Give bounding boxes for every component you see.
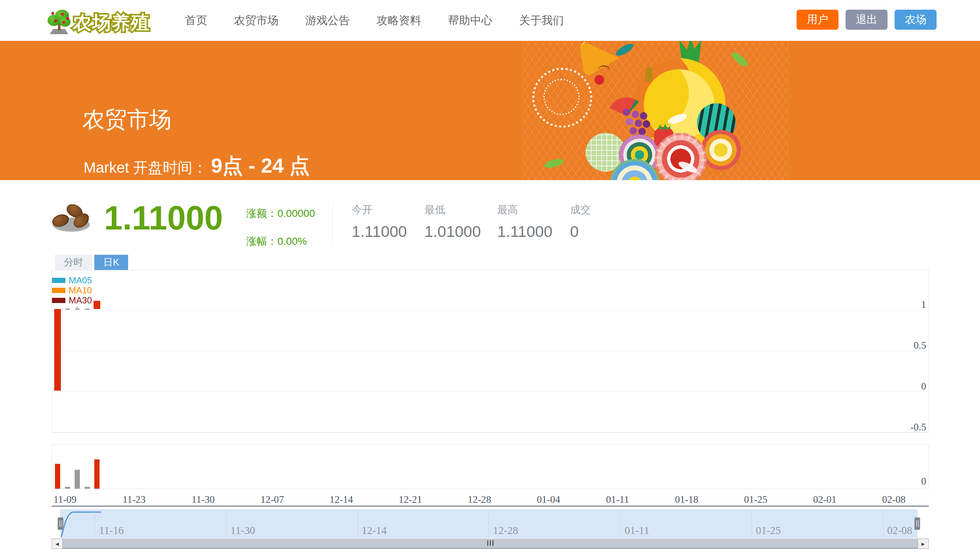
hero-banner: 农贸市场 Market 开盘时间： 9点 - 24 点: [0, 41, 980, 180]
datazoom-date-label: 12-28: [493, 524, 518, 537]
datazoom-gridline: [489, 510, 489, 537]
top-navbar: 农场养殖 首页农贸市场游戏公告攻略资料帮助中心关于我们 用户退出农场: [0, 0, 980, 41]
datazoom-gridline: [883, 510, 883, 537]
gridline: [52, 392, 928, 392]
scrollbar-right-arrow[interactable]: ►: [918, 538, 929, 549]
kline-chart-pane[interactable]: MA05MA10MA3010.50-0.5: [52, 270, 929, 433]
farm-button[interactable]: 农场: [895, 10, 937, 30]
candle-up: [93, 301, 100, 309]
scrollbar-grip-icon: [487, 540, 493, 546]
legend-label: MA30: [69, 295, 92, 306]
logo-plant-icon: [47, 9, 71, 34]
volume-bar: [75, 470, 80, 489]
chart-tabs: 分时日K: [55, 255, 128, 270]
volume-bar: [85, 487, 90, 489]
x-axis-tick: 12-07: [261, 494, 284, 505]
logo-plant-berries: [51, 12, 54, 15]
change-pct-value: 0.00%: [277, 235, 307, 247]
datazoom-date-label: 12-14: [362, 524, 387, 537]
nav-item-announcements[interactable]: 游戏公告: [305, 13, 350, 28]
datazoom-gridline: [620, 510, 620, 537]
y-axis-tick: -0.5: [910, 422, 926, 432]
legend-swatch: [52, 298, 65, 303]
user-button[interactable]: 用户: [797, 10, 838, 30]
page-title: 农贸市场: [82, 105, 172, 135]
x-axis-tick: 02-08: [882, 494, 906, 505]
legend-swatch: [52, 278, 65, 283]
datazoom-gridline: [358, 510, 358, 537]
x-axis-tick: 11-23: [123, 494, 145, 505]
stat-item: 今开1.11000: [352, 203, 425, 241]
apple-target-shape: [655, 133, 707, 180]
nav-item-about[interactable]: 关于我们: [519, 13, 564, 28]
stat-value: 1.11000: [352, 223, 425, 241]
volume-bar: [55, 464, 60, 489]
leaf-shape: [730, 50, 750, 69]
change-value: 0.00000: [277, 208, 315, 219]
tab-minute[interactable]: 分时: [55, 255, 92, 270]
datazoom-gridline: [752, 510, 752, 537]
legend-label: MA10: [69, 285, 92, 296]
tab-daily-k[interactable]: 日K: [94, 255, 128, 270]
market-hours: Market 开盘时间： 9点 - 24 点: [83, 152, 310, 180]
y-axis-tick: 0.5: [913, 340, 926, 350]
x-axis-tick: 02-01: [813, 494, 837, 505]
nav-item-guides[interactable]: 攻略资料: [377, 13, 421, 28]
watermelon-wedge-shape: [608, 97, 645, 135]
x-axis-tick: 11-30: [192, 494, 215, 505]
datazoom-date-label: 01-25: [756, 524, 781, 537]
divider: [332, 201, 333, 245]
nav-item-help[interactable]: 帮助中心: [448, 13, 492, 28]
fruit-illustration: [522, 41, 789, 180]
x-axis-tick: 11-09: [53, 494, 77, 505]
change-block: 涨额：0.00000 涨幅：0.00%: [246, 207, 315, 248]
leaf-shape: [543, 157, 565, 169]
page: 农场养殖 首页农贸市场游戏公告攻略资料帮助中心关于我们 用户退出农场 农贸市场 …: [0, 0, 980, 560]
datazoom-date-label: 02-08: [887, 524, 912, 537]
logout-button[interactable]: 退出: [845, 10, 888, 30]
header-buttons: 用户退出农场: [797, 10, 937, 30]
x-axis-line: [52, 505, 929, 507]
scrollbar-thumb[interactable]: [63, 538, 918, 549]
y-axis-tick: 0: [921, 381, 927, 392]
market-hours-prefix: Market 开盘时间：: [83, 157, 207, 178]
x-axis-tick: 12-14: [330, 494, 353, 505]
nav-item-market[interactable]: 农贸市场: [234, 13, 278, 28]
x-axis-tick: 01-25: [744, 494, 768, 505]
candle-doji: [65, 308, 70, 310]
legend-item-ma10: MA10: [52, 287, 92, 294]
datazoom-gridline: [226, 510, 227, 537]
stat-label: 最高: [497, 203, 570, 217]
stat-item: 成交0: [570, 203, 643, 241]
datazoom-gridline: [95, 510, 95, 537]
volume-chart-pane[interactable]: 0: [52, 445, 929, 489]
gridline: [52, 310, 928, 310]
nav-item-home[interactable]: 首页: [185, 13, 207, 28]
current-price: 1.11000: [104, 199, 223, 237]
logo-plant-leaf: [59, 17, 70, 27]
gridline: [52, 351, 928, 351]
x-axis-tick: 01-11: [606, 494, 629, 505]
datazoom-slider[interactable]: 11-1611-3012-1412-2801-1101-2502-08: [56, 510, 925, 538]
stat-value: 0: [570, 223, 643, 241]
y-axis-tick: 1: [921, 299, 927, 310]
x-axis-tick: 12-21: [399, 494, 422, 505]
leaf-shape: [614, 42, 635, 58]
grapes-shape: [623, 108, 630, 116]
legend-swatch: [52, 288, 65, 293]
stat-value: 1.11000: [497, 223, 570, 241]
stat-label: 最低: [425, 203, 497, 217]
cherry-shape: [595, 75, 604, 85]
stat-label: 今开: [352, 203, 425, 217]
datazoom-date-label: 01-11: [625, 524, 650, 537]
main-nav: 首页农贸市场游戏公告攻略资料帮助中心关于我们: [185, 0, 564, 41]
stat-label: 成交: [570, 203, 643, 217]
legend-item-ma05: MA05: [52, 277, 92, 284]
datazoom-left-handle[interactable]: [58, 517, 63, 530]
stat-item: 最低1.01000: [425, 203, 497, 241]
scrollbar-left-arrow[interactable]: ◄: [52, 538, 63, 549]
datazoom-right-handle[interactable]: [914, 517, 920, 530]
app-logo[interactable]: 农场养殖: [73, 10, 150, 35]
candle-doji: [85, 308, 90, 310]
datazoom-date-label: 11-16: [99, 524, 124, 537]
